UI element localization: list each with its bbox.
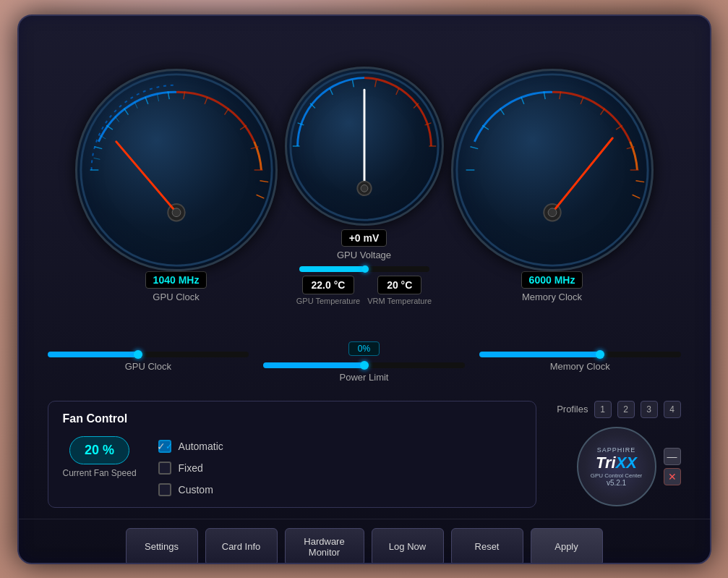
fan-fixed-label: Fixed [179,462,203,474]
fan-auto-option[interactable]: ✓ Automatic [158,440,223,453]
svg-line-16 [205,97,207,104]
memory-clock-slider[interactable] [479,352,681,357]
minimize-button[interactable]: — [664,448,681,465]
toolbar: Settings Card Info HardwareMonitor Log N… [19,519,710,564]
right-panel: Profiles 1 2 3 4 SAPPHIRE TriXX GPU Cont… [551,401,681,508]
svg-line-47 [600,109,604,115]
fan-fixed-checkbox[interactable] [158,462,171,475]
sapphire-brand: SAPPHIRE [597,446,636,454]
fan-radio-group: ✓ Automatic Fixed Custom [158,440,223,496]
fan-custom-label: Custom [179,484,213,496]
svg-line-28 [352,80,354,87]
gpu-clock-slider[interactable] [48,352,249,357]
log-now-button[interactable]: Log Now [372,528,444,564]
svg-line-33 [374,80,376,87]
svg-point-0 [80,75,271,265]
svg-line-39 [470,147,478,149]
power-limit-slider-label: Power Limit [340,372,389,383]
memory-clock-gauge: 6000 MHz Memory Clock [451,69,654,302]
fan-speed-value: 20 % [69,436,129,464]
window-controls: — ✕ [664,448,681,485]
svg-line-27 [330,88,333,95]
profile-btn-3[interactable]: 3 [641,401,658,418]
memory-clock-label: Memory Clock [522,292,582,302]
gpu-temp-label: GPU Temperature [296,297,360,305]
gpu-clock-value: 1040 MHz [145,271,207,289]
vrm-temp-label: VRM Temperature [367,297,432,305]
svg-line-41 [500,109,504,115]
gpu-temp-value: 22.0 °C [302,276,355,294]
svg-line-53 [552,138,612,213]
gpu-cc-text: GPU Control Center [591,472,643,479]
svg-point-37 [456,75,647,265]
card-info-button[interactable]: Card Info [205,528,278,564]
apply-button[interactable]: Apply [531,528,603,564]
hardware-monitor-button[interactable]: HardwareMonitor [285,528,364,564]
fan-auto-label: Automatic [179,441,223,452]
svg-line-10 [134,102,137,109]
svg-line-4 [124,109,128,115]
memory-clock-slider-label: Memory Clock [550,361,610,372]
svg-line-2 [94,147,102,149]
svg-line-21 [116,142,176,213]
version-text: v5.2.1 [607,479,626,487]
svg-point-22 [172,208,181,217]
memory-clock-value: 6000 MHz [521,271,583,289]
main-panel: 1040 MHz GPU Clock [17,14,711,564]
memory-clock-slider-group: Memory Clock [479,352,681,372]
profiles-label: Profiles [557,404,588,415]
svg-line-9 [114,116,119,122]
fan-speed-display: 20 % Current Fan Speed [63,436,137,478]
svg-line-18 [260,181,268,182]
gauges-section: 1040 MHz GPU Clock [19,16,710,349]
gpu-clock-slider-label: GPU Clock [125,361,171,372]
fan-custom-option[interactable]: Custom [158,483,223,496]
profile-btn-1[interactable]: 1 [594,401,612,418]
settings-button[interactable]: Settings [126,528,198,564]
fan-control-box: Fan Control 20 % Current Fan Speed ✓ Aut… [48,401,536,508]
sapphire-logo: SAPPHIRE TriXX GPU Control Center v5.2.1 [577,427,656,506]
fan-control-title: Fan Control [63,412,521,425]
svg-point-54 [548,208,557,217]
trixx-brand: TriXX [596,454,637,472]
gpu-clock-slider-group: GPU Clock [48,352,249,372]
profile-btn-4[interactable]: 4 [664,401,681,418]
svg-line-42 [521,97,523,104]
svg-line-5 [145,97,147,104]
fan-auto-checkbox[interactable]: ✓ [158,440,171,453]
fan-fixed-option[interactable]: Fixed [158,462,223,475]
fan-custom-checkbox[interactable] [158,483,171,496]
svg-line-7 [93,158,100,159]
close-button[interactable]: ✕ [664,468,681,485]
bottom-section: Fan Control 20 % Current Fan Speed ✓ Aut… [19,390,710,519]
svg-line-51 [632,195,640,198]
reset-button[interactable]: Reset [451,528,523,564]
power-limit-slider[interactable] [263,362,465,368]
profiles-row: Profiles 1 2 3 4 [557,401,680,418]
gpu-voltage-value: +0 mV [341,229,387,247]
svg-point-36 [361,184,368,192]
svg-line-11 [157,94,158,101]
profile-btn-2[interactable]: 2 [617,401,635,418]
logo-area: SAPPHIRE TriXX GPU Control Center v5.2.1… [577,427,681,506]
gpu-clock-gauge: 1040 MHz GPU Clock [75,69,278,302]
svg-line-50 [635,181,644,182]
gpu-voltage-label: GPU Voltage [337,250,391,260]
gpu-clock-label: GPU Clock [153,292,199,302]
fan-options: 20 % Current Fan Speed ✓ Automatic Fixed [63,436,521,496]
svg-line-48 [581,97,583,104]
vrm-temp-value: 20 °C [377,276,421,294]
svg-line-32 [395,88,398,95]
gpu-voltage-gauge: +0 mV GPU Voltage 22.0 °C GPU Temperatur… [285,52,444,305]
svg-line-15 [224,109,228,115]
fan-speed-label: Current Fan Speed [63,468,137,478]
svg-line-19 [256,195,264,198]
temp-row: 22.0 °C GPU Temperature 20 °C VRM Temper… [296,276,432,305]
